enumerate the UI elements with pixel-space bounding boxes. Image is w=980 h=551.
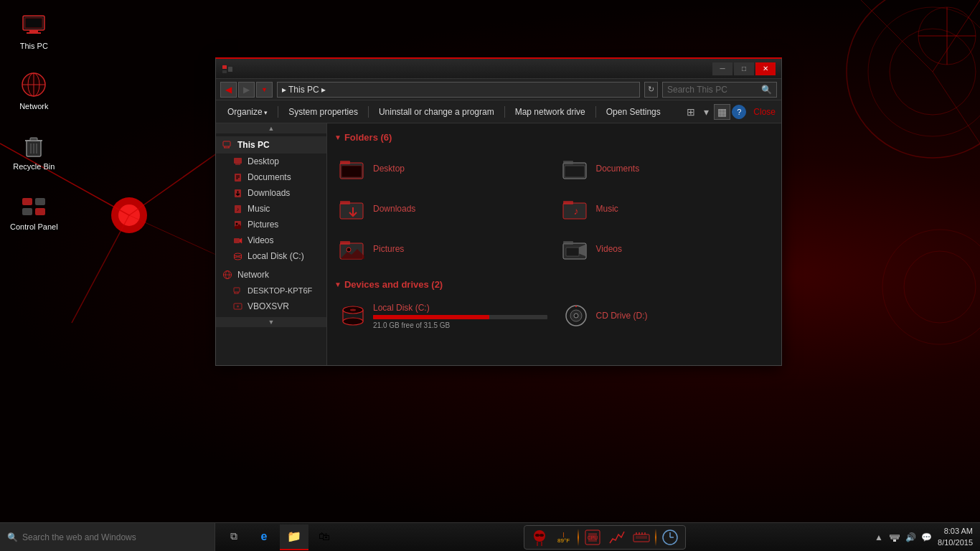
drive-item-cd-drive-d[interactable]: CD Drive (D:) <box>556 297 776 334</box>
cpu2-icon <box>608 529 626 546</box>
system-properties-button[interactable]: System properties <box>283 104 364 120</box>
dock-alien-button[interactable] <box>529 527 550 548</box>
local-disk-c-name: Local Disk (C:) <box>373 303 547 313</box>
taskbar-search-icon: 🔍 <box>7 532 18 542</box>
search-box[interactable]: Search This PC 🔍 <box>662 82 777 98</box>
sidebar-item-local-disk[interactable]: Local Disk (C:) <box>216 248 326 264</box>
toolbar: Organize System properties Uninstall or … <box>216 100 781 123</box>
desktop-icon-control-panel[interactable]: Control Panel <box>7 188 61 234</box>
this-pc-sidebar-icon <box>222 139 233 151</box>
up-button[interactable]: ▼ <box>256 82 273 98</box>
recycle-bin-icon <box>19 131 48 159</box>
desktop-icon-recycle-bin[interactable]: Recycle Bin <box>10 128 57 174</box>
sidebar-item-videos[interactable]: Videos <box>216 232 326 248</box>
minimize-button[interactable]: ─ <box>712 62 732 75</box>
svg-rect-19 <box>29 30 38 32</box>
sidebar-item-vboxsvr[interactable]: VBOXSVR <box>216 298 326 314</box>
scroll-down-button[interactable]: ▼ <box>216 317 326 327</box>
svg-point-82 <box>347 248 351 252</box>
svg-point-1 <box>868 7 980 136</box>
svg-rect-20 <box>27 32 41 34</box>
sidebar-music-label: Music <box>248 204 270 214</box>
clock[interactable]: 8:03 AM 8/10/2015 <box>938 526 973 548</box>
dock-clock-button[interactable] <box>659 527 681 548</box>
downloads-folder-name: Downloads <box>373 204 415 214</box>
dock-cpu-button[interactable]: CPU <box>582 527 603 548</box>
svg-rect-114 <box>890 535 900 537</box>
drives-section-label: Devices and drives (2) <box>344 279 443 290</box>
map-network-button[interactable]: Map network drive <box>509 104 591 120</box>
folder-item-desktop[interactable]: Desktop <box>333 150 553 187</box>
open-settings-button[interactable]: Open Settings <box>600 104 666 120</box>
svg-point-97 <box>540 534 544 537</box>
sidebar-item-this-pc[interactable]: This PC <box>216 136 326 154</box>
sidebar-desktop-label: Desktop <box>248 156 279 166</box>
desktop-icon-network[interactable]: Network <box>17 67 51 113</box>
temp-icon: | <box>562 531 564 537</box>
task-view-button[interactable]: ⧉ <box>220 524 248 550</box>
folder-item-documents[interactable]: Documents <box>556 150 776 187</box>
forward-button[interactable]: ▶ <box>238 82 255 98</box>
close-label[interactable]: Close <box>753 107 776 117</box>
drive-item-local-disk-c[interactable]: Local Disk (C:) 21.0 GB free of 31.5 GB <box>333 297 553 334</box>
view-options-button[interactable]: ⊞ <box>683 104 699 120</box>
tray-volume-icon[interactable]: 🔊 <box>905 532 916 543</box>
folders-section-header[interactable]: ▼ Folders (6) <box>333 129 776 146</box>
control-panel-label: Control Panel <box>10 222 58 231</box>
recycle-bin-label: Recycle Bin <box>13 162 55 171</box>
explorer-window: ─ □ ✕ ◀ ▶ ▼ ▸ This PC ▸ ↻ Search This PC… <box>215 57 782 366</box>
back-button[interactable]: ◀ <box>220 82 237 98</box>
store-button[interactable]: 🛍 <box>310 524 339 550</box>
cd-drive-d-name: CD Drive (D:) <box>596 311 771 321</box>
sidebar: This PC Desktop <box>216 133 327 317</box>
sidebar-item-documents[interactable]: Documents <box>216 169 326 185</box>
taskbar-search-input[interactable] <box>22 532 207 542</box>
sys-tray: ▲ 🔊 💬 <box>873 532 932 543</box>
sidebar-item-desktop[interactable]: Desktop <box>216 154 326 169</box>
folder-item-music[interactable]: ♪ Music <box>556 190 776 227</box>
dock-cpu2-button[interactable] <box>606 527 628 548</box>
view-tiles-button[interactable]: ▦ <box>714 104 730 120</box>
organize-button[interactable]: Organize <box>222 104 273 120</box>
folder-item-pictures[interactable]: Pictures <box>333 230 553 268</box>
svg-rect-75 <box>340 201 350 204</box>
refresh-button[interactable]: ↻ <box>644 82 658 98</box>
scroll-up-button[interactable]: ▲ <box>216 123 326 133</box>
drives-section-header[interactable]: ▼ Devices and drives (2) <box>333 276 776 293</box>
svg-point-95 <box>534 530 545 542</box>
tray-expand-icon[interactable]: ▲ <box>873 532 885 543</box>
sidebar-videos-label: Videos <box>248 235 273 245</box>
edge-button[interactable]: e <box>250 524 278 550</box>
desktop-icon-this-pc[interactable]: This PC <box>17 7 51 53</box>
sidebar-item-pictures[interactable]: Pictures <box>216 217 326 232</box>
taskbar-search[interactable]: 🔍 <box>0 523 215 551</box>
address-path-display[interactable]: ▸ This PC ▸ <box>277 82 640 98</box>
nav-buttons: ◀ ▶ ▼ <box>220 82 273 98</box>
help-button[interactable]: ? <box>732 105 746 119</box>
pictures-sidebar-icon <box>232 219 243 230</box>
maximize-button[interactable]: □ <box>734 62 754 75</box>
sidebar-downloads-label: Downloads <box>248 188 290 198</box>
svg-rect-33 <box>22 208 32 215</box>
sidebar-item-music[interactable]: ♪ Music <box>216 201 326 217</box>
explorer-taskbar-button[interactable]: 📁 <box>280 524 308 550</box>
uninstall-button[interactable]: Uninstall or change a program <box>373 104 500 120</box>
videos-folder-name: Videos <box>596 244 622 254</box>
tray-network-icon[interactable] <box>889 532 900 543</box>
sidebar-item-desktop-kpt[interactable]: DESKTOP-KPT6F <box>216 283 326 298</box>
dock-temp-button[interactable]: | 89°F <box>553 527 575 548</box>
close-button[interactable]: ✕ <box>755 62 776 75</box>
svg-point-93 <box>574 314 578 318</box>
folder-item-videos[interactable]: Videos <box>556 230 776 268</box>
sidebar-container: ▲ This PC <box>216 123 327 365</box>
svg-text:♪: ♪ <box>236 207 239 212</box>
folder-item-downloads[interactable]: Downloads <box>333 190 553 227</box>
sidebar-item-downloads[interactable]: Downloads <box>216 185 326 201</box>
sidebar-documents-label: Documents <box>248 172 291 182</box>
dock-ram-button[interactable] <box>631 527 652 548</box>
tray-message-icon[interactable]: 💬 <box>920 532 932 543</box>
view-dropdown-button[interactable]: ▾ <box>700 104 712 120</box>
svg-rect-32 <box>35 198 45 205</box>
title-bar: ─ □ ✕ <box>216 59 781 79</box>
sidebar-item-network[interactable]: Network <box>216 267 326 283</box>
